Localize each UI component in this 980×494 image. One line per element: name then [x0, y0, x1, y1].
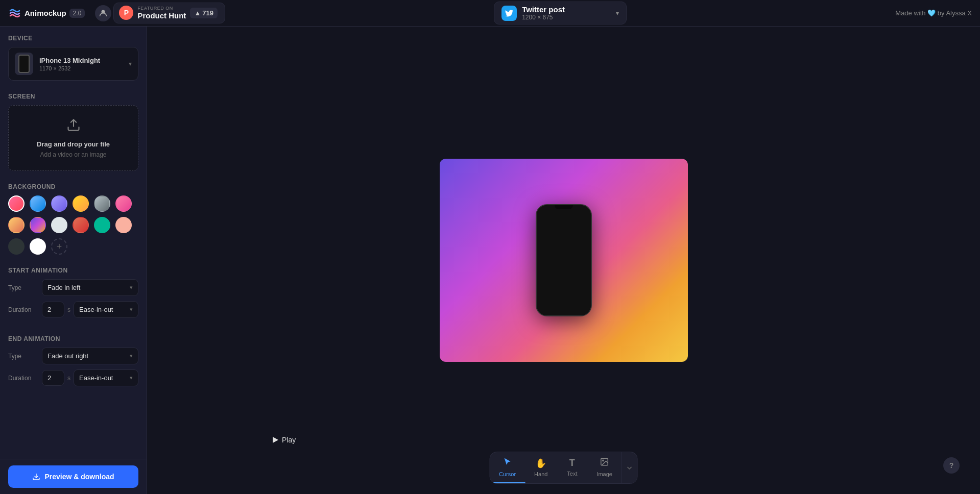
- swatch-7[interactable]: [8, 217, 25, 233]
- end-easing-select[interactable]: Ease-in-out ▾: [74, 369, 138, 386]
- ph-icon: P: [119, 6, 133, 20]
- end-type-select[interactable]: Fade out right ▾: [42, 348, 138, 364]
- ph-triangle-icon: ▲: [194, 9, 201, 17]
- swatch-13[interactable]: [8, 238, 25, 255]
- brand-name: Animockup: [25, 9, 66, 17]
- ph-product-name: Product Hunt: [137, 11, 186, 20]
- phone-mockup: [536, 204, 592, 316]
- format-selector[interactable]: Twitter post 1200 × 675 ▾: [494, 2, 627, 24]
- hand-label: Hand: [534, 471, 547, 477]
- device-selector[interactable]: iPhone 13 Midnight 1170 × 2532 ▾: [8, 47, 138, 81]
- made-with-text: Made with 🩵 by Alyssa X: [895, 9, 972, 17]
- expand-icon: [626, 464, 633, 472]
- add-swatch-button[interactable]: +: [51, 238, 67, 255]
- end-type-label: Type: [8, 353, 38, 360]
- tool-image-button[interactable]: Image: [587, 452, 622, 483]
- device-thumb-phone-icon: [18, 55, 30, 73]
- end-duration-unit: s: [67, 375, 70, 382]
- swatch-8[interactable]: [30, 217, 46, 233]
- start-type-select[interactable]: Fade in left ▾: [42, 279, 138, 296]
- cursor-label: Cursor: [499, 471, 516, 477]
- swatch-5[interactable]: [94, 195, 110, 212]
- swatch-3[interactable]: [51, 195, 67, 212]
- version-badge: 2.0: [69, 9, 85, 18]
- preview-download-button[interactable]: Preview & download: [8, 465, 138, 488]
- background-section-label: Background: [8, 183, 138, 190]
- mockup-canvas[interactable]: [440, 159, 688, 362]
- device-info: iPhone 13 Midnight 1170 × 2532: [39, 57, 123, 71]
- svg-marker-3: [273, 437, 278, 443]
- product-hunt-badge[interactable]: P FEATURED ON Product Hunt ▲ 719: [113, 3, 225, 23]
- brand: Animockup 2.0: [8, 7, 85, 20]
- end-animation-section: End animation Type Fade out right ▾ Dura…: [0, 327, 147, 396]
- preview-btn-wrap: Preview & download: [0, 459, 147, 494]
- start-duration-input[interactable]: [42, 302, 64, 317]
- start-type-arrow-icon: ▾: [130, 284, 133, 291]
- canvas-area: Play ? Cursor ✋ Hand: [147, 27, 980, 494]
- phone-screen: [537, 205, 591, 315]
- upload-subtitle: Add a video or an image: [40, 151, 106, 158]
- tool-panel-wrap: Cursor ✋ Hand T Text Image: [489, 452, 638, 484]
- swatch-4[interactable]: [73, 195, 89, 212]
- play-icon: [272, 436, 279, 443]
- format-dimensions: 1200 × 675: [522, 14, 611, 21]
- image-icon: [600, 457, 609, 469]
- format-dropdown-arrow-icon: ▾: [616, 10, 619, 17]
- start-duration-label: Duration: [8, 306, 38, 313]
- main-layout: Device iPhone 13 Midnight 1170 × 2532 ▾ …: [0, 27, 980, 494]
- end-animation-label: End animation: [8, 335, 138, 342]
- cursor-icon: [503, 457, 512, 469]
- device-section-label: Device: [8, 35, 138, 42]
- play-label: Play: [282, 436, 296, 444]
- tool-expand-button[interactable]: [622, 452, 637, 483]
- tool-cursor-button[interactable]: Cursor: [490, 452, 525, 483]
- upload-icon: [66, 118, 81, 135]
- twitter-icon: [501, 6, 517, 21]
- end-type-row: Type Fade out right ▾: [8, 348, 138, 364]
- download-icon: [32, 473, 40, 481]
- device-dropdown-arrow-icon: ▾: [129, 60, 132, 67]
- screen-upload-area[interactable]: Drag and drop your file Add a video or a…: [8, 105, 138, 171]
- swatch-9[interactable]: [51, 217, 67, 233]
- start-easing-arrow-icon: ▾: [130, 306, 133, 313]
- end-type-value: Fade out right: [47, 352, 88, 360]
- swatch-12[interactable]: [115, 217, 132, 233]
- swatch-14[interactable]: [30, 238, 46, 255]
- ph-featured-label: FEATURED ON: [137, 6, 186, 11]
- device-section: Device iPhone 13 Midnight 1170 × 2532 ▾: [0, 27, 147, 85]
- play-button[interactable]: Play: [264, 432, 304, 448]
- brand-logo-icon: [8, 7, 21, 20]
- profile-button[interactable]: [95, 5, 111, 21]
- start-easing-select[interactable]: Ease-in-out ▾: [74, 301, 138, 318]
- start-type-value: Fade in left: [47, 284, 80, 291]
- start-type-row: Type Fade in left ▾: [8, 279, 138, 296]
- topbar-right: Made with 🩵 by Alyssa X: [895, 9, 972, 17]
- end-duration-input[interactable]: [42, 370, 64, 386]
- end-type-arrow-icon: ▾: [130, 353, 133, 359]
- tool-hand-button[interactable]: ✋ Hand: [525, 452, 557, 483]
- start-easing-value: Ease-in-out: [79, 306, 113, 313]
- format-title: Twitter post: [522, 5, 611, 14]
- swatch-6[interactable]: [115, 195, 132, 212]
- device-dims: 1170 × 2532: [39, 65, 123, 71]
- end-duration-group: s Ease-in-out ▾: [42, 369, 138, 386]
- upload-title: Drag and drop your file: [37, 140, 110, 148]
- text-label: Text: [567, 471, 577, 477]
- end-easing-value: Ease-in-out: [79, 374, 113, 382]
- start-type-label: Type: [8, 284, 38, 291]
- screen-section: Screen Drag and drop your file Add a vid…: [0, 85, 147, 175]
- preview-btn-label: Preview & download: [44, 473, 114, 481]
- tool-panel: Cursor ✋ Hand T Text Image: [489, 452, 638, 484]
- end-duration-row: Duration s Ease-in-out ▾: [8, 369, 138, 386]
- swatch-11[interactable]: [94, 217, 110, 233]
- end-duration-label: Duration: [8, 375, 38, 382]
- help-label: ?: [949, 461, 954, 470]
- start-animation-label: Start animation: [8, 267, 138, 274]
- help-button[interactable]: ?: [943, 457, 960, 474]
- swatch-2[interactable]: [30, 195, 46, 212]
- tool-text-button[interactable]: T Text: [557, 452, 587, 483]
- swatch-1[interactable]: [8, 195, 25, 212]
- screen-section-label: Screen: [8, 93, 138, 100]
- device-name: iPhone 13 Midnight: [39, 57, 123, 64]
- swatch-10[interactable]: [73, 217, 89, 233]
